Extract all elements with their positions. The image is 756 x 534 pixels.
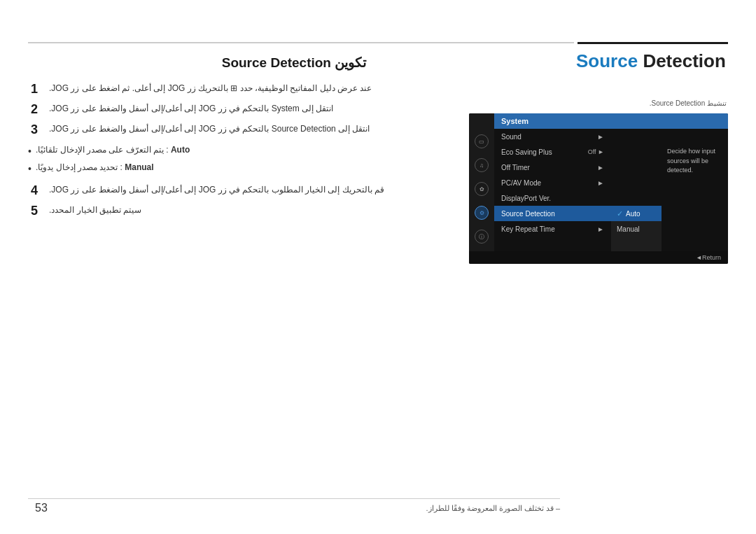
check-icon: ✓ [617, 209, 623, 218]
step-5: 5 سيتم تطبيق الخيار المحدد. [28, 204, 560, 218]
top-line-dark [578, 42, 728, 44]
offtimer-arrow: ► [597, 164, 604, 171]
bottom-note: – قد تختلف الصورة المعروضة وفقًا للطراز. [28, 504, 560, 513]
sub-step-auto: • Auto : يتم التعرّف على مصدر الإدخال تل… [28, 143, 539, 160]
step-4-text: قم بالتحريك إلى الخيار المطلوب بالتحكم ف… [49, 183, 384, 198]
step-1: 1 عند عرض دليل المفاتيح الوظيفية، حدد ⊞ … [28, 82, 560, 97]
step-2: 2 انتقل إلى System بالتحكم في زر JOG إلى… [28, 102, 560, 117]
english-text: Source Detection [222, 55, 331, 70]
submenu-auto: ✓ Auto [611, 206, 662, 221]
step-5-text: سيتم تطبيق الخيار المحدد. [49, 204, 141, 218]
pcav-arrow: ► [597, 179, 604, 187]
main-content: تكوين Source Detection 1 عند عرض دليل ال… [28, 48, 560, 224]
bullet-manual: • [28, 160, 31, 178]
step-1-number: 1 [28, 82, 41, 97]
page-arabic-title: تكوين Source Detection [28, 48, 560, 82]
return-arrow-icon: ◄ [696, 254, 702, 261]
osd-description: Decide how input sources will be detecte… [662, 129, 728, 251]
step-4-number: 4 [28, 183, 41, 198]
sub-step-manual-text: Manual : تحديد مصدر إدخال يدويًا. [36, 160, 154, 176]
bullet-auto: • [28, 143, 31, 160]
page-title: Source Detection [576, 50, 727, 72]
return-label: Return [702, 254, 721, 261]
return-bar: ◄ Return [469, 251, 728, 264]
auto-label: Auto [626, 210, 640, 218]
manual-label: Manual [617, 225, 640, 233]
step-2-number: 2 [28, 102, 41, 117]
sub-menu: ✓ Auto Manual [611, 206, 662, 251]
right-panel: Source Detection [576, 50, 727, 72]
step-5-number: 5 [28, 204, 41, 218]
submenu-manual: Manual [611, 221, 662, 237]
step-4: 4 قم بالتحريك إلى الخيار المطلوب بالتحكم… [28, 183, 560, 198]
activation-label: تنشيط Source Detection. [576, 99, 727, 107]
step-2-text: انتقل إلى System بالتحكم في زر JOG إلى أ… [49, 102, 333, 117]
sub-step-manual: • Manual : تحديد مصدر إدخال يدويًا. [28, 160, 539, 178]
sub-steps: • Auto : يتم التعرّف على مصدر الإدخال تل… [28, 143, 539, 178]
bottom-line [28, 498, 560, 499]
keyrepeat-label: Key Repeat Time [501, 225, 555, 233]
eco-value: Off ► [588, 148, 604, 155]
top-line-light [28, 42, 574, 43]
sound-arrow: ► [597, 133, 604, 141]
title-blue: Source [576, 50, 643, 71]
step-3-text: انتقل إلى Source Detection بالتحكم في زر… [49, 122, 370, 137]
step-3: 3 انتقل إلى Source Detection بالتحكم في … [28, 122, 560, 137]
step-3-number: 3 [28, 122, 41, 137]
arabic-text: تكوين [335, 55, 366, 70]
info-icon: ⓘ [475, 230, 489, 244]
page-number: 53 [35, 502, 48, 514]
step-1-text: عند عرض دليل المفاتيح الوظيفية، حدد ⊞ با… [49, 82, 372, 97]
title-dark: Detection [643, 50, 725, 71]
keyrepeat-arrow: ► [597, 225, 604, 233]
sub-step-auto-text: Auto : يتم التعرّف على مصدر الإدخال تلقا… [36, 143, 190, 158]
